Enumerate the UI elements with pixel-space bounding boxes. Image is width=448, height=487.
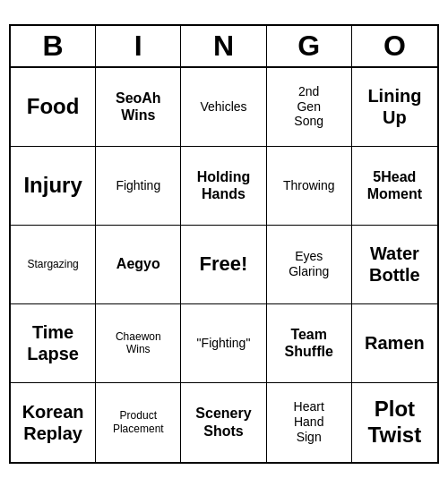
- cell-text-19: Ramen: [365, 332, 425, 354]
- cell-text-12: Free!: [200, 252, 248, 276]
- bingo-letter-G: G: [267, 26, 352, 66]
- bingo-card: BINGO FoodSeoAh WinsVehicles2nd Gen Song…: [9, 24, 439, 464]
- bingo-cell-21: Product Placement: [96, 383, 181, 462]
- bingo-letter-B: B: [11, 26, 96, 66]
- cell-text-0: Food: [27, 94, 80, 120]
- bingo-cell-11: Aegyo: [96, 226, 181, 304]
- cell-text-16: Chaewon Wins: [116, 330, 161, 356]
- bingo-cell-22: Scenery Shots: [181, 383, 266, 462]
- bingo-cell-15: Time Lapse: [11, 304, 96, 383]
- bingo-cell-8: Throwing: [267, 147, 352, 226]
- bingo-cell-17: "Fighting": [181, 304, 266, 383]
- bingo-cell-19: Ramen: [352, 304, 437, 383]
- bingo-cell-24: Plot Twist: [352, 383, 437, 462]
- cell-text-8: Throwing: [283, 178, 335, 193]
- bingo-cell-14: Water Bottle: [352, 226, 437, 304]
- cell-text-3: 2nd Gen Song: [294, 84, 323, 129]
- bingo-grid: FoodSeoAh WinsVehicles2nd Gen SongLining…: [11, 68, 437, 462]
- cell-text-15: Time Lapse: [27, 321, 79, 364]
- bingo-letter-I: I: [96, 26, 181, 66]
- bingo-cell-20: Korean Replay: [11, 383, 96, 462]
- cell-text-14: Water Bottle: [369, 243, 420, 286]
- bingo-cell-1: SeoAh Wins: [96, 68, 181, 147]
- cell-text-23: Heart Hand Sign: [294, 399, 324, 444]
- cell-text-11: Aegyo: [116, 255, 160, 272]
- cell-text-6: Fighting: [116, 178, 160, 193]
- bingo-cell-12: Free!: [181, 226, 266, 304]
- bingo-cell-23: Heart Hand Sign: [267, 383, 352, 462]
- cell-text-10: Stargazing: [27, 258, 78, 270]
- bingo-header: BINGO: [11, 26, 437, 68]
- cell-text-1: SeoAh Wins: [116, 90, 161, 124]
- bingo-cell-18: Team Shuffle: [267, 304, 352, 383]
- cell-text-21: Product Placement: [113, 409, 164, 435]
- cell-text-13: Eyes Glaring: [289, 249, 329, 279]
- cell-text-22: Scenery Shots: [195, 405, 251, 439]
- bingo-cell-6: Fighting: [96, 147, 181, 226]
- cell-text-18: Team Shuffle: [285, 326, 333, 360]
- cell-text-5: Injury: [23, 173, 82, 199]
- bingo-cell-9: 5Head Moment: [352, 147, 437, 226]
- cell-text-9: 5Head Moment: [367, 168, 422, 202]
- cell-text-24: Plot Twist: [368, 397, 422, 449]
- cell-text-4: Lining Up: [367, 85, 421, 128]
- bingo-cell-4: Lining Up: [352, 68, 437, 147]
- cell-text-20: Korean Replay: [22, 401, 84, 444]
- bingo-cell-2: Vehicles: [181, 68, 266, 147]
- bingo-cell-13: Eyes Glaring: [267, 226, 352, 304]
- cell-text-17: "Fighting": [197, 336, 251, 351]
- bingo-cell-10: Stargazing: [11, 226, 96, 304]
- bingo-cell-5: Injury: [11, 147, 96, 226]
- bingo-cell-0: Food: [11, 68, 96, 147]
- cell-text-2: Vehicles: [200, 99, 246, 115]
- bingo-cell-3: 2nd Gen Song: [267, 68, 352, 147]
- bingo-cell-16: Chaewon Wins: [96, 304, 181, 383]
- bingo-letter-N: N: [181, 26, 266, 66]
- bingo-letter-O: O: [352, 26, 437, 66]
- bingo-cell-7: Holding Hands: [181, 147, 266, 226]
- cell-text-7: Holding Hands: [197, 168, 251, 202]
